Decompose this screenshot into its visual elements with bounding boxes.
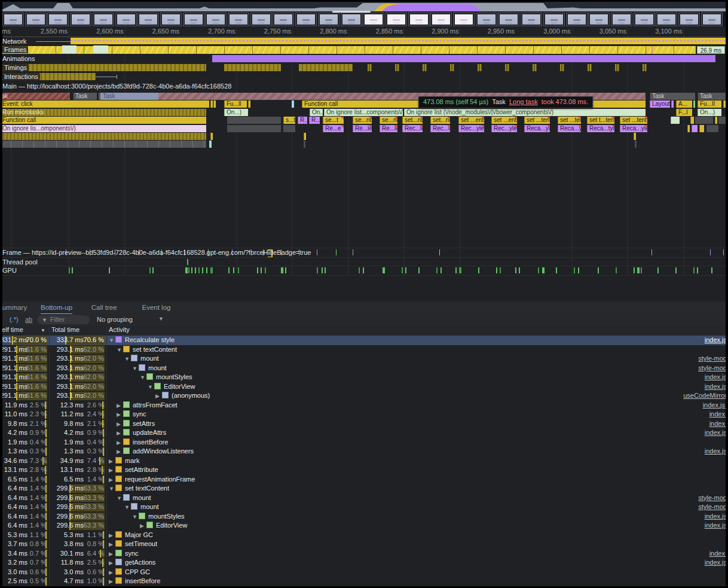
flame-bar-re-e[interactable]: Re...e [323, 125, 344, 132]
flame-bar-rec-yle[interactable]: Rec...yle [458, 125, 484, 132]
flame-bar[interactable] [690, 117, 694, 124]
gpu-track[interactable]: GPU [0, 266, 728, 276]
tab-bottom-up[interactable]: Bottom-up [41, 301, 72, 315]
expand-arrow-icon[interactable]: ▼ [148, 383, 154, 392]
flame-bar-rec-le[interactable]: Rec...le [402, 125, 423, 132]
table-row[interactable]: 291.1 ms61.6 %293.1 ms62.0 %▼mountstyle-… [0, 364, 728, 373]
tab-call-tree[interactable]: Call tree [91, 301, 117, 313]
flame-bar[interactable] [634, 133, 636, 140]
table-row[interactable]: 291.1 ms61.6 %293.1 ms62.0 %▼set textCon… [0, 345, 728, 355]
flame-bar-set-ent[interactable]: set ...ent [458, 117, 484, 124]
table-row[interactable]: 11.0 ms2.3 %11.2 ms2.4 %▶syncindex. [0, 410, 728, 419]
source-link[interactable]: index.js [705, 428, 727, 438]
flame-bar[interactable] [0, 133, 206, 140]
source-link[interactable]: index.js [705, 382, 727, 392]
flame-bar[interactable] [706, 125, 718, 132]
table-row[interactable]: 1.9 ms0.4 %1.9 ms0.4 %▶insertBefore [0, 438, 728, 447]
flame-bar-re-le[interactable]: Re...le [353, 125, 372, 132]
table-row[interactable]: 13.1 ms2.8 %13.1 ms2.8 %▶setAttribute [0, 465, 728, 475]
flame-bar[interactable] [292, 100, 294, 108]
flame-bar[interactable] [715, 117, 717, 124]
flame-bar-f-l[interactable]: F...l [676, 109, 692, 116]
flame-bar[interactable] [693, 100, 695, 108]
table-row[interactable]: 3.2 ms0.7 %11.8 ms2.5 %▶getActionsindex.… [0, 558, 728, 568]
flame-bar-rec-yle[interactable]: Rec...yle [491, 125, 517, 132]
flame-bar-function-call[interactable]: Function call [0, 117, 206, 124]
collapse-arrow-icon[interactable]: ▶ [109, 540, 115, 550]
collapse-arrow-icon[interactable]: ▶ [117, 447, 123, 457]
flame-bar-on-[interactable]: On...) [698, 109, 721, 116]
flame-bar-sk[interactable]: sk [0, 93, 70, 100]
flame-bar-on-ignore-lis-omponents-[interactable]: On ignore lis...omponents\/) [0, 125, 206, 132]
flame-bar-set-nt[interactable]: set...nt [430, 117, 450, 124]
flame-bar[interactable] [718, 117, 726, 124]
flame-bar-set-t-tent[interactable]: set t...tent [587, 117, 614, 124]
expand-arrow-icon[interactable]: ▼ [124, 355, 131, 364]
source-link[interactable]: index.js [705, 447, 727, 456]
thread-pool-track[interactable]: Thread pool [0, 257, 728, 266]
flame-bar[interactable] [692, 125, 698, 132]
table-row[interactable]: 3.7 ms0.8 %3.8 ms0.8 %▶setTimeout [0, 540, 728, 549]
collapse-arrow-icon[interactable]: ▶ [109, 559, 115, 568]
flame-bar[interactable] [213, 100, 216, 108]
source-link[interactable]: index.js [705, 373, 727, 382]
flame-bar-set-ent[interactable]: set ...ent [491, 117, 517, 124]
expand-arrow-icon[interactable]: ▼ [124, 503, 131, 513]
collapse-arrow-icon[interactable]: ▶ [155, 392, 162, 401]
expand-arrow-icon[interactable]: ▼ [132, 513, 139, 522]
flame-bar[interactable] [283, 125, 295, 132]
tab-summary[interactable]: Summary [0, 301, 27, 313]
flame-bar[interactable] [695, 117, 713, 124]
source-link[interactable]: style-mod [698, 354, 727, 364]
flame-bar-fu-il[interactable]: Fu...Il [698, 100, 721, 108]
flame-bar[interactable] [227, 125, 281, 132]
flame-bar-reca-yle[interactable]: Reca...yle [620, 125, 647, 132]
collapse-arrow-icon[interactable]: ▶ [117, 429, 123, 438]
flame-bar-re-le[interactable]: Re...le [380, 125, 397, 132]
expand-arrow-icon[interactable]: ▼ [140, 373, 146, 383]
collapse-arrow-icon[interactable]: ▶ [109, 531, 115, 541]
chevron-down-icon[interactable]: ▼ [158, 316, 164, 322]
table-row[interactable]: 6.4 ms1.4 %299.6 ms63.3 %▼set textConten… [0, 484, 728, 493]
table-row[interactable]: 291.1 ms61.6 %293.1 ms62.0 %▼mountStyles… [0, 373, 728, 382]
source-link[interactable]: style-mod [698, 364, 727, 373]
flame-bar-s-t[interactable]: s...t [283, 117, 295, 124]
collapse-arrow-icon[interactable]: ▶ [140, 522, 146, 531]
tab-event-log[interactable]: Event log [142, 301, 171, 313]
table-row[interactable]: 3.0 ms0.6 %3.0 ms0.6 %▶CPP GC [0, 568, 728, 577]
flame-bar[interactable] [635, 141, 637, 148]
source-link[interactable]: index.js: [703, 401, 727, 410]
table-row[interactable]: 4.2 ms0.9 %4.2 ms0.9 %▶updateAttrsindex.… [0, 428, 728, 438]
flame-bar-set-tent[interactable]: set ...tent [558, 117, 581, 124]
table-row[interactable]: 2.5 ms0.5 %4.7 ms1.0 %▶insertBefore [0, 577, 728, 586]
flame-bar-r-[interactable]: R... [298, 117, 307, 124]
tooltip-long-task-link[interactable]: Long task [509, 98, 538, 105]
table-row[interactable]: 6.4 ms1.4 %299.6 ms63.3 %▼mountstyle-mod [0, 493, 728, 503]
table-row[interactable]: 6.5 ms1.4 %6.5 ms1.4 %▶requestAnimationF… [0, 475, 728, 485]
flame-bar-task[interactable]: Task [650, 93, 695, 100]
collapse-arrow-icon[interactable]: ▶ [117, 410, 123, 420]
flame-bar-se-nt[interactable]: se...nt [380, 117, 397, 124]
flame-bar[interactable] [671, 100, 674, 108]
source-link[interactable]: index. [709, 419, 727, 429]
flame-bar-reca-yle[interactable]: Reca...yle [558, 125, 581, 132]
flame-bar[interactable] [210, 100, 213, 108]
table-row[interactable]: 5.3 ms1.1 %5.3 ms1.1 %▶Major GC [0, 531, 728, 540]
collapse-arrow-icon[interactable]: ▶ [109, 550, 115, 559]
table-row[interactable]: 6.4 ms1.4 %299.6 ms63.3 %▼mountStylesind… [0, 512, 728, 522]
collapse-arrow-icon[interactable]: ▶ [109, 466, 115, 476]
source-link[interactable]: index.js [705, 336, 727, 345]
source-link[interactable]: index. [709, 410, 727, 419]
column-total-time[interactable]: Total time [51, 326, 79, 333]
flame-bar-layout[interactable]: Layout [650, 100, 670, 108]
flame-bar-rec-le[interactable]: Rec...le [430, 125, 450, 132]
table-row[interactable]: 331.2 ms70.0 %333.7 ms70.6 %▼Recalculate… [0, 336, 728, 345]
flame-bar-r-[interactable]: R... [309, 117, 320, 124]
expand-arrow-icon[interactable]: ▼ [109, 485, 115, 494]
source-link[interactable]: style-mod [698, 493, 727, 503]
flame-bar-event-click[interactable]: Event: click [0, 100, 209, 108]
collapse-arrow-icon[interactable]: ▶ [109, 568, 115, 578]
table-row[interactable]: 6.4 ms1.4 %299.6 ms63.3 %▼mountstyle-mod [0, 502, 728, 512]
flame-bar-se-t[interactable]: se...t [323, 117, 344, 124]
frame-track[interactable]: Frame — https://id-preview--bd53fd9d-728… [0, 248, 728, 257]
